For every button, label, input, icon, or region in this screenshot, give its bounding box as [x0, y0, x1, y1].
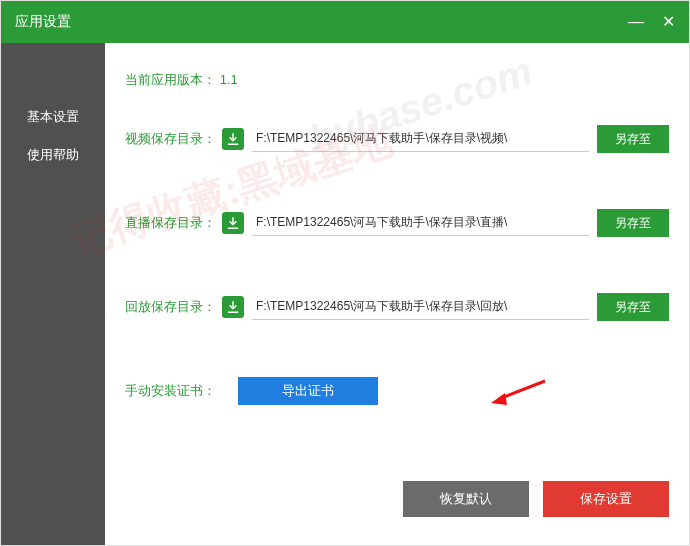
cert-row: 手动安装证书： 导出证书 [125, 377, 669, 405]
sidebar-item-basic[interactable]: 基本设置 [1, 98, 105, 136]
settings-window: 应用设置 — ✕ 基本设置 使用帮助 记得收藏:黑域基地 hybase.com … [0, 0, 690, 546]
playback-saveto-button[interactable]: 另存至 [597, 293, 669, 321]
save-settings-button[interactable]: 保存设置 [543, 481, 669, 517]
download-folder-icon [222, 212, 244, 234]
minimize-icon[interactable]: — [628, 14, 644, 30]
version-value: 1.1 [220, 72, 238, 87]
version-label: 当前应用版本： [125, 72, 216, 87]
live-dir-label: 直播保存目录： [125, 214, 216, 232]
cert-label: 手动安装证书： [125, 382, 216, 400]
playback-dir-row: 回放保存目录： 另存至 [125, 293, 669, 321]
window-title: 应用设置 [15, 13, 71, 31]
close-icon[interactable]: ✕ [662, 14, 675, 30]
arrow-annotation-icon [489, 375, 549, 409]
video-saveto-button[interactable]: 另存至 [597, 125, 669, 153]
sidebar: 基本设置 使用帮助 [1, 43, 105, 545]
live-saveto-button[interactable]: 另存至 [597, 209, 669, 237]
window-controls: — ✕ [628, 14, 675, 30]
sidebar-item-help[interactable]: 使用帮助 [1, 136, 105, 174]
version-row: 当前应用版本： 1.1 [125, 71, 669, 89]
main-panel: 记得收藏:黑域基地 hybase.com 当前应用版本： 1.1 视频保存目录：… [105, 43, 689, 545]
svg-marker-1 [491, 393, 507, 405]
download-folder-icon [222, 128, 244, 150]
download-folder-icon [222, 296, 244, 318]
video-dir-label: 视频保存目录： [125, 130, 216, 148]
footer-buttons: 恢复默认 保存设置 [403, 481, 669, 517]
titlebar: 应用设置 — ✕ [1, 1, 689, 43]
playback-dir-input[interactable] [252, 294, 589, 320]
live-dir-row: 直播保存目录： 另存至 [125, 209, 669, 237]
live-dir-input[interactable] [252, 210, 589, 236]
svg-line-0 [499, 381, 545, 399]
video-dir-row: 视频保存目录： 另存至 [125, 125, 669, 153]
restore-defaults-button[interactable]: 恢复默认 [403, 481, 529, 517]
window-body: 基本设置 使用帮助 记得收藏:黑域基地 hybase.com 当前应用版本： 1… [1, 43, 689, 545]
playback-dir-label: 回放保存目录： [125, 298, 216, 316]
export-cert-button[interactable]: 导出证书 [238, 377, 378, 405]
video-dir-input[interactable] [252, 126, 589, 152]
